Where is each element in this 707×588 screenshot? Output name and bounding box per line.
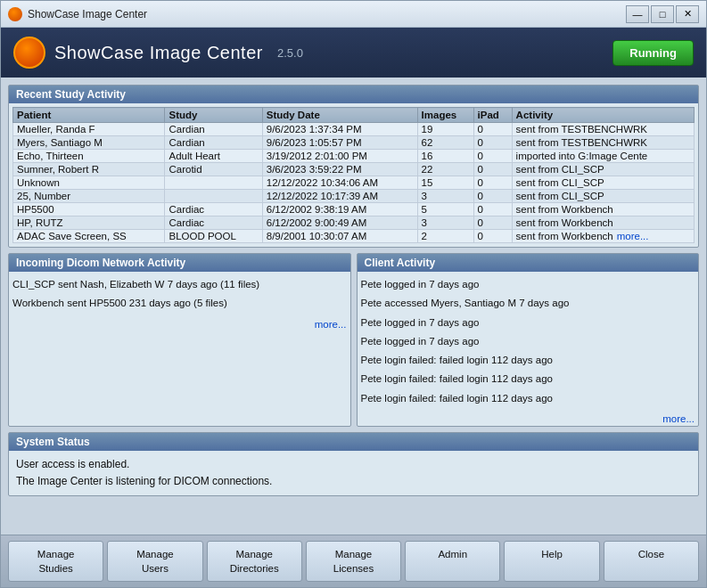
table-cell: 6/12/2002 9:00:49 AM (262, 216, 417, 230)
app-version: 2.5.0 (277, 46, 303, 60)
main-content: Recent Study Activity Patient Study Stud… (1, 78, 706, 535)
list-item: CLI_SCP sent Nash, Elizabeth W 7 days ag… (12, 275, 347, 294)
table-cell: sent from TESTBENCHWRK (512, 136, 694, 150)
client-activity-title: Client Activity (358, 254, 699, 272)
client-activity-section: Client Activity Pete logged in 7 days ag… (357, 253, 700, 427)
table-row[interactable]: Mueller, Randa FCardian9/6/2023 1:37:34 … (13, 123, 695, 136)
manage-licenses-button[interactable]: ManageLicenses (306, 541, 401, 582)
system-status-section: System Status User access is enabled.The… (8, 432, 699, 496)
help-button[interactable]: Help (504, 541, 599, 582)
table-cell: 12/12/2022 10:17:39 AM (262, 190, 417, 203)
table-cell: 0 (473, 163, 512, 176)
col-ipad: iPad (473, 108, 512, 123)
table-cell: ADAC Save Screen, SS (13, 230, 165, 243)
study-table: Patient Study Study Date Images iPad Act… (12, 107, 695, 243)
table-cell: sent from Workbenchmore... (512, 230, 694, 243)
title-bar-text: ShowCase Image Center (28, 8, 626, 20)
col-activity: Activity (512, 108, 694, 123)
table-cell: Cardian (165, 136, 262, 150)
title-bar: ShowCase Image Center — □ ✕ (1, 1, 706, 28)
table-cell: 0 (473, 176, 512, 190)
main-window: ShowCase Image Center — □ ✕ ShowCase Ima… (0, 0, 707, 588)
app-title: ShowCase Image Center (54, 43, 263, 63)
table-cell: Sumner, Robert R (13, 163, 165, 176)
table-cell: 3/6/2023 3:59:22 PM (262, 163, 417, 176)
table-cell: 0 (473, 230, 512, 243)
status-badge: Running (612, 40, 694, 66)
list-item: Pete login failed: failed login 112 days… (361, 351, 695, 370)
table-row[interactable]: Myers, Santiago MCardian9/6/2023 1:05:57… (13, 136, 695, 150)
table-cell: HP5500 (13, 203, 165, 216)
table-cell (165, 190, 262, 203)
table-cell: 12/12/2022 10:34:06 AM (262, 176, 417, 190)
admin-button[interactable]: Admin (405, 541, 500, 582)
table-cell: imported into G:Image Cente (512, 150, 694, 163)
table-cell: Echo, Thirteen (13, 150, 165, 163)
table-cell: sent from Workbench (512, 203, 694, 216)
system-status-body: User access is enabled.The Image Center … (9, 451, 698, 495)
close-button[interactable]: Close (604, 541, 699, 582)
table-row[interactable]: Echo, ThirteenAdult Heart3/19/2012 2:01:… (13, 150, 695, 163)
recent-study-title: Recent Study Activity (9, 86, 698, 103)
table-cell: Mueller, Randa F (13, 123, 165, 136)
table-cell: 6/12/2002 9:38:19 AM (262, 203, 417, 216)
table-cell: sent from CLI_SCP (512, 176, 694, 190)
table-row[interactable]: 25, Number12/12/2022 10:17:39 AM30sent f… (13, 190, 695, 203)
footer: ManageStudiesManageUsersManageDirectorie… (1, 535, 706, 587)
manage-users-button[interactable]: ManageUsers (107, 541, 202, 582)
table-cell: 22 (417, 163, 473, 176)
table-cell: 3/19/2012 2:01:00 PM (262, 150, 417, 163)
list-item: Workbench sent HP5500 231 days ago (5 fi… (12, 294, 347, 313)
table-more-link[interactable]: more... (617, 231, 649, 241)
incoming-dicom-body: CLI_SCP sent Nash, Elizabeth W 7 days ag… (9, 272, 350, 317)
recent-study-section: Recent Study Activity Patient Study Stud… (8, 85, 699, 248)
incoming-dicom-section: Incoming Dicom Network Activity CLI_SCP … (8, 253, 351, 427)
table-header-row: Patient Study Study Date Images iPad Act… (13, 108, 695, 123)
incoming-dicom-title: Incoming Dicom Network Activity (9, 254, 350, 272)
table-cell: Cardian (165, 123, 262, 136)
table-cell: Adult Heart (165, 150, 262, 163)
table-cell: 2 (417, 230, 473, 243)
app-logo (13, 37, 45, 69)
table-cell: sent from CLI_SCP (512, 163, 694, 176)
table-cell: sent from Workbench (512, 216, 694, 230)
table-cell: 0 (473, 136, 512, 150)
table-row[interactable]: HP, RUTZCardiac6/12/2002 9:00:49 AM30sen… (13, 216, 695, 230)
list-item: Pete accessed Myers, Santiago M 7 days a… (361, 294, 695, 313)
table-cell (165, 176, 262, 190)
table-cell: 62 (417, 136, 473, 150)
client-activity-body: Pete logged in 7 days agoPete accessed M… (358, 272, 699, 412)
recent-study-body: Patient Study Study Date Images iPad Act… (9, 103, 698, 247)
list-item: Pete login failed: failed login 112 days… (361, 389, 695, 408)
maximize-button[interactable]: □ (651, 5, 674, 23)
list-item: The Image Center is listening for DICOM … (16, 473, 691, 490)
incoming-dicom-more[interactable]: more... (9, 317, 350, 331)
col-patient: Patient (13, 108, 165, 123)
table-cell: 19 (417, 123, 473, 136)
table-cell: 9/6/2023 1:37:34 PM (262, 123, 417, 136)
list-item: Pete login failed: failed login 112 days… (361, 370, 695, 388)
table-cell: 0 (473, 216, 512, 230)
table-cell: 16 (417, 150, 473, 163)
title-bar-buttons: — □ ✕ (626, 5, 699, 23)
table-cell: Carotid (165, 163, 262, 176)
table-row[interactable]: Sumner, Robert RCarotid3/6/2023 3:59:22 … (13, 163, 695, 176)
table-row[interactable]: HP5500Cardiac6/12/2002 9:38:19 AM50sent … (13, 203, 695, 216)
minimize-button[interactable]: — (626, 5, 649, 23)
window-close-button[interactable]: ✕ (676, 5, 699, 23)
col-study: Study (165, 108, 262, 123)
table-cell: Cardiac (165, 203, 262, 216)
col-images: Images (417, 108, 473, 123)
table-cell: BLOOD POOL (165, 230, 262, 243)
client-activity-more[interactable]: more... (358, 412, 699, 426)
manage-studies-button[interactable]: ManageStudies (8, 541, 103, 582)
table-row[interactable]: Unknown12/12/2022 10:34:06 AM150sent fro… (13, 176, 695, 190)
table-cell: sent from TESTBENCHWRK (512, 123, 694, 136)
manage-directories-button[interactable]: ManageDirectories (207, 541, 302, 582)
list-item: Pete logged in 7 days ago (361, 332, 695, 351)
table-row[interactable]: ADAC Save Screen, SSBLOOD POOL8/9/2001 1… (13, 230, 695, 243)
col-study-date: Study Date (262, 108, 417, 123)
table-cell: 0 (473, 123, 512, 136)
table-cell: 0 (473, 203, 512, 216)
table-cell: 0 (473, 190, 512, 203)
